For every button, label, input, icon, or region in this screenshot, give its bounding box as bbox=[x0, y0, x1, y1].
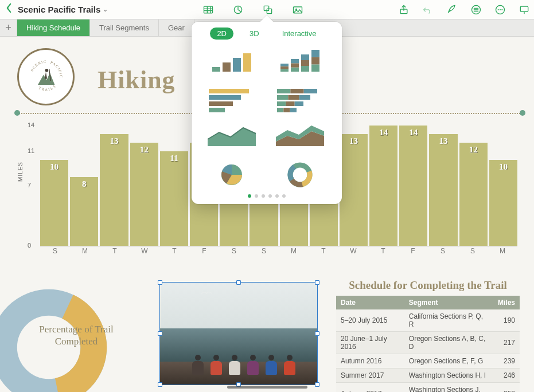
page-dot[interactable] bbox=[282, 194, 286, 198]
shapes-icon bbox=[262, 4, 274, 15]
add-sheet-button[interactable]: + bbox=[0, 19, 17, 36]
svg-text:SCENIC: SCENIC bbox=[30, 59, 47, 72]
svg-rect-12 bbox=[520, 6, 528, 11]
svg-rect-2 bbox=[264, 6, 268, 10]
chart-popover-tabs: 2D3DInteractive bbox=[192, 22, 342, 43]
bar[interactable]: 10 bbox=[40, 160, 68, 246]
table-header[interactable]: Date bbox=[336, 296, 404, 309]
table-row[interactable]: Autumn 2017Washington Sections J, K, L25… bbox=[336, 382, 520, 392]
page-dot[interactable] bbox=[268, 194, 272, 198]
hiker-icon: SCENIC PACIFIC TRAILS bbox=[26, 57, 66, 97]
page-dot[interactable] bbox=[248, 194, 251, 198]
bar-value-label: 14 bbox=[369, 128, 397, 138]
bar[interactable]: 11 bbox=[160, 151, 188, 246]
page-dot[interactable] bbox=[262, 194, 265, 198]
selection-handle[interactable] bbox=[158, 331, 162, 336]
x-tick: M bbox=[70, 247, 100, 255]
chart-thumb-bar-vertical-stacked[interactable] bbox=[274, 49, 326, 77]
page-dot[interactable] bbox=[275, 194, 279, 198]
share-icon bbox=[398, 4, 410, 15]
selection-handle[interactable] bbox=[315, 331, 319, 336]
sheet-tab[interactable]: Trail Segments bbox=[90, 19, 159, 36]
chart-thumb-area-stacked[interactable] bbox=[274, 122, 326, 151]
bar[interactable]: 10 bbox=[489, 160, 517, 246]
insert-shape-button[interactable] bbox=[262, 3, 274, 16]
chart-thumb-pie[interactable] bbox=[205, 159, 258, 187]
x-tick: S bbox=[219, 247, 249, 255]
svg-rect-26 bbox=[280, 64, 289, 66]
table-header[interactable]: Segment bbox=[404, 296, 493, 309]
bar-value-label: 12 bbox=[130, 145, 158, 155]
photo-placeholder[interactable] bbox=[159, 282, 318, 385]
svg-rect-24 bbox=[280, 69, 289, 72]
chart-icon bbox=[232, 4, 244, 15]
chart-thumb-area-single[interactable] bbox=[205, 122, 258, 151]
chart-thumb-bar-vertical[interactable] bbox=[205, 49, 258, 77]
insert-chart-button[interactable] bbox=[232, 3, 244, 16]
sheet-tab[interactable]: Hiking Schedule bbox=[17, 19, 90, 36]
chart-popover-tab[interactable]: 3D bbox=[243, 28, 266, 40]
x-tick: T bbox=[159, 247, 189, 255]
share-button[interactable] bbox=[397, 3, 410, 16]
bar[interactable]: 13 bbox=[340, 134, 368, 246]
page-indicator[interactable] bbox=[192, 190, 342, 203]
table-header[interactable]: Miles bbox=[493, 296, 520, 309]
svg-rect-3 bbox=[267, 9, 271, 13]
bar[interactable]: 12 bbox=[130, 143, 158, 246]
svg-rect-37 bbox=[209, 95, 241, 100]
selection-handle[interactable] bbox=[158, 280, 162, 285]
chevron-left-icon bbox=[6, 3, 12, 13]
bar[interactable]: 13 bbox=[429, 134, 457, 246]
schedule-section: Schedule for Completing the Trail DateSe… bbox=[336, 279, 520, 392]
table-cell: 258 bbox=[493, 382, 520, 392]
schedule-title: Schedule for Completing the Trail bbox=[336, 279, 520, 292]
bar-value-label: 12 bbox=[459, 145, 488, 155]
organize-icon bbox=[470, 4, 482, 15]
x-tick: F bbox=[398, 247, 428, 255]
svg-rect-27 bbox=[291, 68, 299, 72]
format-brush-icon bbox=[446, 4, 458, 15]
table-row[interactable]: 20 June–1 July 2016Oregon Sections A, B,… bbox=[336, 331, 520, 354]
chart-popover-tab[interactable]: Interactive bbox=[275, 28, 323, 40]
table-row[interactable]: Autumn 2016Oregon Sections E, F, G239 bbox=[336, 354, 520, 368]
selection-handle[interactable] bbox=[158, 382, 162, 387]
chart-popover-tab[interactable]: 2D bbox=[210, 28, 233, 40]
bar[interactable]: 8 bbox=[70, 177, 98, 246]
bar[interactable]: 13 bbox=[100, 134, 128, 246]
selection-handle[interactable] bbox=[315, 382, 319, 387]
schedule-table[interactable]: DateSegmentMiles 5–20 July 2015Californi… bbox=[336, 296, 520, 392]
chart-thumb-bar-horizontal[interactable] bbox=[205, 85, 258, 114]
person-silhouette bbox=[283, 355, 296, 378]
svg-point-16 bbox=[45, 69, 49, 72]
insert-media-button[interactable] bbox=[291, 3, 304, 16]
svg-rect-50 bbox=[283, 108, 290, 112]
bar[interactable]: 14 bbox=[399, 126, 427, 246]
insert-table-button[interactable] bbox=[202, 3, 215, 16]
table-row[interactable]: Summer 2017Washington Sections H, I246 bbox=[336, 368, 520, 382]
new-comment-button[interactable] bbox=[518, 3, 531, 16]
chart-thumb-donut[interactable] bbox=[274, 159, 326, 187]
chart-thumb-bar-horizontal-stacked[interactable] bbox=[274, 85, 326, 114]
table-row[interactable]: 5–20 July 2015California Sections P, Q, … bbox=[336, 309, 520, 332]
person-silhouette bbox=[228, 355, 241, 378]
selection-handle[interactable] bbox=[236, 280, 241, 285]
page-dot[interactable] bbox=[255, 194, 258, 198]
undo-button[interactable] bbox=[422, 3, 434, 16]
organize-button[interactable] bbox=[470, 3, 482, 16]
bar-value-label: 13 bbox=[340, 136, 368, 146]
svg-rect-33 bbox=[311, 64, 319, 72]
svg-rect-44 bbox=[288, 95, 299, 100]
document-title[interactable]: Scenic Pacific Trails ⌄ bbox=[18, 5, 108, 14]
svg-rect-21 bbox=[223, 62, 231, 72]
selection-handle[interactable] bbox=[315, 280, 319, 285]
table-cell: Oregon Sections A, B, C, D bbox=[404, 331, 493, 354]
bar[interactable]: 14 bbox=[369, 126, 397, 246]
svg-rect-31 bbox=[301, 60, 309, 66]
back-button[interactable] bbox=[3, 3, 14, 16]
bar[interactable]: 12 bbox=[459, 143, 488, 246]
format-brush-button[interactable] bbox=[446, 3, 458, 16]
more-button[interactable] bbox=[494, 3, 506, 16]
svg-rect-23 bbox=[243, 53, 251, 72]
sheet-tab[interactable]: Gear bbox=[159, 19, 194, 36]
svg-rect-29 bbox=[291, 59, 299, 63]
